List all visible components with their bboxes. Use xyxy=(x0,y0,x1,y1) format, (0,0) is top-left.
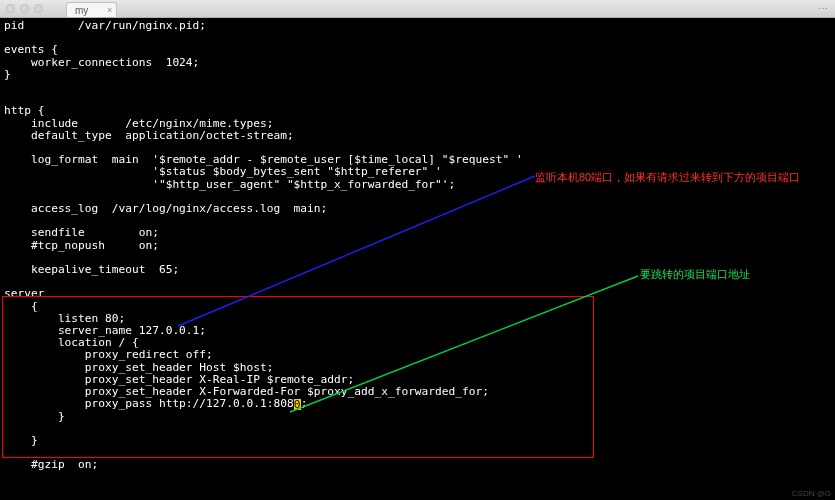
annotation-listen-port: 监听本机80端口，如果有请求过来转到下方的项目端口 xyxy=(535,170,800,185)
config-line xyxy=(4,447,831,459)
traffic-light-min[interactable] xyxy=(20,4,29,13)
config-line: events { xyxy=(4,44,831,56)
config-line: #gzip on; xyxy=(4,459,831,471)
config-line: http { xyxy=(4,105,831,117)
terminal-cursor: 0 xyxy=(294,399,301,410)
config-line: { xyxy=(4,301,831,313)
config-line: worker_connections 1024; xyxy=(4,57,831,69)
config-line: access_log /var/log/nginx/access.log mai… xyxy=(4,203,831,215)
config-line xyxy=(4,423,831,435)
window-overflow-icon[interactable]: ⋯ xyxy=(818,3,831,14)
config-line: proxy_redirect off; xyxy=(4,349,831,361)
config-line: include /etc/nginx/mime.types; xyxy=(4,118,831,130)
config-line: default_type application/octet-stream; xyxy=(4,130,831,142)
config-line: } xyxy=(4,69,831,81)
terminal-viewport[interactable]: pid /var/run/nginx.pid; events { worker_… xyxy=(0,18,835,500)
config-line xyxy=(4,81,831,93)
config-line: server xyxy=(4,288,831,300)
close-icon[interactable]: × xyxy=(107,4,112,17)
config-line: pid /var/run/nginx.pid; xyxy=(4,20,831,32)
config-line-proxy-pass: proxy_pass http://127.0.0.1:8080; xyxy=(4,398,831,410)
config-line: #tcp_nopush on; xyxy=(4,240,831,252)
window-titlebar: my × ⋯ xyxy=(0,0,835,18)
config-line: } xyxy=(4,435,831,447)
traffic-light-close[interactable] xyxy=(6,4,15,13)
config-line xyxy=(4,93,831,105)
config-line: } xyxy=(4,411,831,423)
config-line: sendfile on; xyxy=(4,227,831,239)
tab-my[interactable]: my × xyxy=(66,2,117,17)
config-line xyxy=(4,32,831,44)
tab-title: my xyxy=(75,5,88,16)
watermark: CSDN @G xyxy=(792,489,831,498)
traffic-light-max[interactable] xyxy=(34,4,43,13)
annotation-proxy-target: 要跳转的项目端口地址 xyxy=(640,267,750,282)
